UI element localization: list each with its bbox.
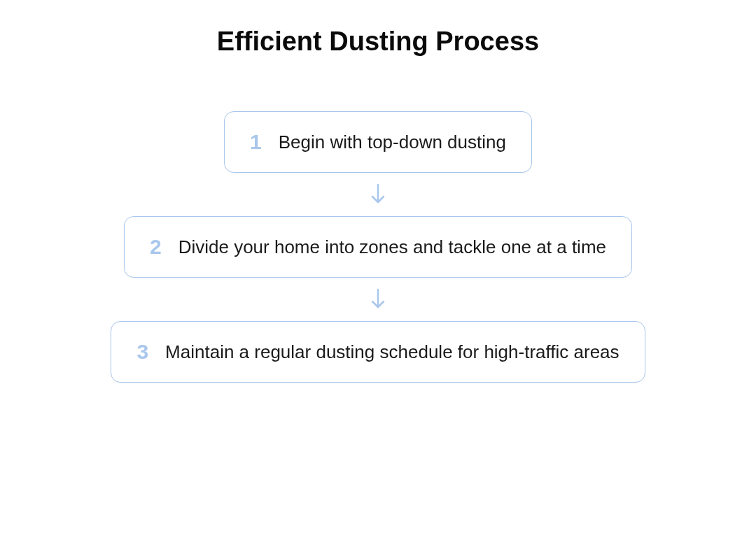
arrow-container bbox=[368, 278, 388, 321]
step-text: Divide your home into zones and tackle o… bbox=[178, 236, 606, 258]
step-box-3: 3 Maintain a regular dusting schedule fo… bbox=[111, 321, 645, 383]
step-box-1: 1 Begin with top-down dusting bbox=[224, 111, 532, 173]
step-number: 2 bbox=[150, 235, 162, 259]
arrow-container bbox=[368, 173, 388, 216]
arrow-down-icon bbox=[368, 183, 388, 206]
diagram-title: Efficient Dusting Process bbox=[217, 27, 539, 57]
step-number: 3 bbox=[136, 340, 148, 364]
arrow-down-icon bbox=[368, 287, 388, 311]
step-text: Maintain a regular dusting schedule for … bbox=[165, 341, 619, 363]
step-text: Begin with top-down dusting bbox=[279, 132, 506, 153]
step-box-2: 2 Divide your home into zones and tackle… bbox=[124, 216, 632, 278]
step-number: 1 bbox=[250, 130, 262, 154]
steps-container: 1 Begin with top-down dusting 2 Divide y… bbox=[111, 111, 645, 383]
